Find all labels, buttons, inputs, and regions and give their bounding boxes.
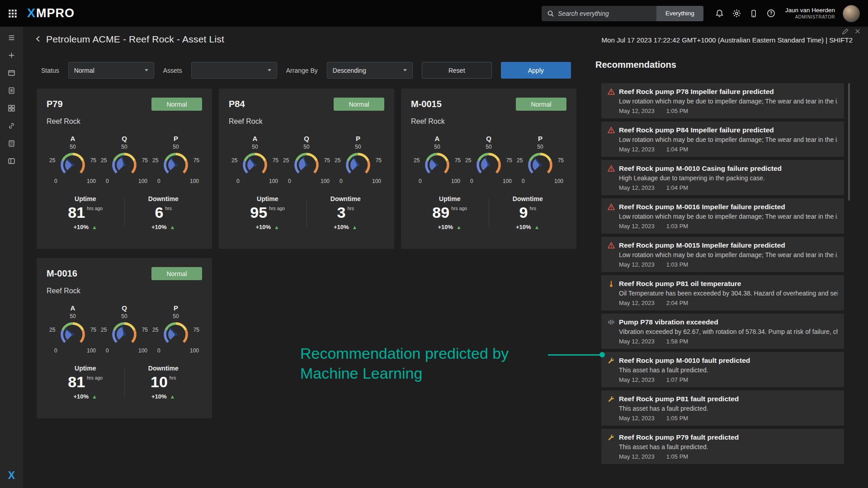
sidebar-plus-icon[interactable] xyxy=(4,48,20,62)
settings-gear-icon[interactable] xyxy=(732,9,741,18)
recommendation-date: May 12, 2023 xyxy=(619,223,655,230)
sidebar-calc-icon[interactable] xyxy=(4,136,20,150)
asset-location: Reef Rock xyxy=(229,117,384,126)
recommendation-description: This asset has a fault predicted. xyxy=(619,443,838,450)
mobile-device-icon[interactable] xyxy=(749,9,759,18)
gauge-tick: 75 xyxy=(193,157,199,164)
sidebar-menu-icon[interactable] xyxy=(4,30,20,45)
recommendation-date: May 12, 2023 xyxy=(619,300,655,306)
gauge-tick: 0 xyxy=(522,178,525,184)
downtime-kpi: Downtime 10hrs +10%▲ xyxy=(125,365,203,400)
gauge-q: Q5025750100 xyxy=(464,135,513,185)
status-dropdown[interactable]: Normal xyxy=(68,62,154,79)
gauge-tick: 75 xyxy=(90,157,96,164)
arrange-by-dropdown-value: Descending xyxy=(333,67,366,74)
gauge-a: A5025750100 xyxy=(48,304,97,355)
logo-x: X xyxy=(27,6,36,20)
chevron-down-icon xyxy=(403,69,407,71)
asset-card: P84 Normal Reef Rock A5025750100Q5025750… xyxy=(219,89,394,249)
recommendation-time: 1:58 PM xyxy=(666,338,688,345)
gauge-tick: 100 xyxy=(87,347,96,354)
gauge-tick: 50 xyxy=(282,144,331,150)
gauge-tick: 25 xyxy=(517,157,523,164)
search-scope-button[interactable]: Everything xyxy=(656,6,703,21)
recommendation-date: May 12, 2023 xyxy=(619,338,655,345)
reset-button[interactable]: Reset xyxy=(422,62,492,79)
recommendations-title: Recommendations xyxy=(595,60,845,70)
vibration-icon xyxy=(608,319,615,326)
recommendation-card[interactable]: Reef Rock pump P81 fault predicted This … xyxy=(601,390,844,426)
sidebar-link-icon[interactable] xyxy=(4,118,20,133)
recommendation-time: 1:03 PM xyxy=(666,261,688,268)
assets-dropdown[interactable] xyxy=(191,62,277,79)
kpi-delta: +10% xyxy=(334,224,349,230)
recommendation-card[interactable]: Reef Rock pump M-0016 Impeller failure p… xyxy=(601,198,844,234)
sidebar-panel-icon[interactable] xyxy=(4,154,20,168)
gauge-tick: 100 xyxy=(451,178,460,184)
warning-icon xyxy=(608,203,615,211)
kpi-delta: +10% xyxy=(151,393,167,400)
recommendation-time: 1:04 PM xyxy=(666,146,688,153)
search-input[interactable] xyxy=(558,10,656,17)
chevron-down-icon xyxy=(268,69,271,71)
kpi-value: 81 xyxy=(68,373,85,390)
gauge-dial xyxy=(239,150,271,177)
notifications-bell-icon[interactable] xyxy=(715,9,724,18)
recommendation-card[interactable]: Pump P78 vibration exceeded Vibration ex… xyxy=(601,314,844,349)
recommendation-card[interactable]: Reef Rock pump P84 Impeller failure pred… xyxy=(601,122,844,157)
recommendation-time: 1:07 PM xyxy=(666,376,688,383)
recommendation-card[interactable]: Reef Rock pump P79 fault predicted This … xyxy=(601,429,844,464)
gauge-tick: 0 xyxy=(157,178,160,184)
arrange-by-dropdown[interactable]: Descending xyxy=(327,62,413,79)
gauge-tick: 25 xyxy=(152,327,158,333)
asset-name: M-0016 xyxy=(47,268,77,279)
user-avatar[interactable] xyxy=(843,5,860,22)
gauge-tick: 25 xyxy=(101,157,107,164)
kpi-unit: hrs xyxy=(529,206,536,211)
gauge-a: A5025750100 xyxy=(231,135,279,185)
recommendation-time: 1:04 PM xyxy=(666,184,688,191)
kpi-value: 9 xyxy=(519,204,528,221)
help-icon[interactable]: ? xyxy=(766,9,776,18)
assets-filter-label: Assets xyxy=(163,67,182,74)
filter-bar: Status Normal Assets Arrange By Descendi… xyxy=(41,62,571,79)
recommendations-scrollbar[interactable] xyxy=(848,83,850,201)
recommendation-date: May 12, 2023 xyxy=(619,415,655,422)
kpi-value: 95 xyxy=(250,204,267,221)
apps-grid-icon[interactable] xyxy=(8,9,18,19)
warning-icon xyxy=(608,165,615,172)
gauge-dial xyxy=(57,150,89,177)
recommendation-card[interactable]: Reef Rock pump M-0010 fault predicted Th… xyxy=(601,352,844,387)
recommendation-card[interactable]: Reef Rock pump P78 Impeller failure pred… xyxy=(601,83,844,118)
sidebar-window-icon[interactable] xyxy=(4,66,20,80)
wrench-icon xyxy=(608,434,615,441)
gauge-label: A xyxy=(48,304,97,312)
gauge-label: A xyxy=(413,135,462,142)
recommendation-card[interactable]: Reef Rock pump M-0010 Casing failure pre… xyxy=(601,160,844,195)
asset-name: M-0015 xyxy=(411,99,442,109)
sidebar-list-icon[interactable] xyxy=(4,83,20,98)
gauge-tick: 25 xyxy=(283,157,289,164)
kpi-delta: +10% xyxy=(73,224,89,230)
sidebar-blocks-icon[interactable] xyxy=(4,101,20,115)
gauge-tick: 100 xyxy=(138,347,147,354)
recommendation-date: May 12, 2023 xyxy=(619,108,655,114)
gauge-tick: 100 xyxy=(372,178,381,184)
edit-pencil-icon[interactable] xyxy=(842,28,849,35)
search-box: Everything xyxy=(542,6,703,21)
gauge-tick: 0 xyxy=(419,178,422,184)
close-icon[interactable] xyxy=(854,28,861,34)
recommendation-card[interactable]: Reef Rock pump M-0015 Impeller failure p… xyxy=(601,237,844,272)
recommendation-description: This asset has a fault predicted. xyxy=(619,405,838,412)
back-button[interactable] xyxy=(35,35,42,42)
gauge-tick: 75 xyxy=(376,157,382,164)
recommendation-card[interactable]: Reef Rock pump P81 oil temperature Oil T… xyxy=(601,275,844,310)
gauge-label: P xyxy=(334,135,382,142)
left-sidebar: X xyxy=(0,27,23,488)
gauge-tick: 75 xyxy=(90,327,96,333)
up-triangle-icon: ▲ xyxy=(170,394,175,400)
kpi-label: Uptime xyxy=(47,365,124,372)
recommendation-description: Low rotation which may be due to impelle… xyxy=(619,213,838,220)
apply-button[interactable]: Apply xyxy=(501,62,571,79)
recommendation-description: This asset has a fault predicted. xyxy=(619,366,838,374)
